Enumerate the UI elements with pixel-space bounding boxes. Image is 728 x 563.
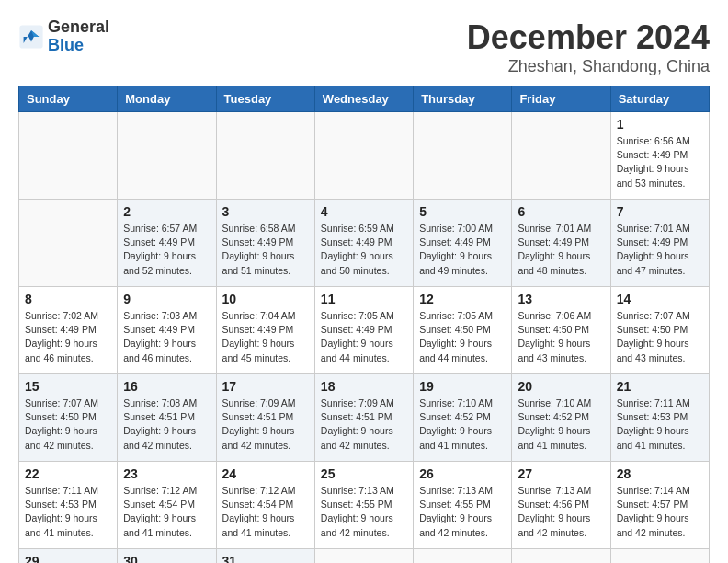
logo-text-general: General — [48, 18, 109, 37]
dow-header-tuesday: Tuesday — [216, 86, 314, 112]
calendar-day-12: 12Sunrise: 7:05 AMSunset: 4:50 PMDayligh… — [414, 287, 512, 374]
calendar-day-1: 1Sunrise: 6:56 AMSunset: 4:49 PMDaylight… — [610, 112, 709, 200]
calendar-week-1: 1Sunrise: 6:56 AMSunset: 4:49 PMDaylight… — [19, 112, 710, 200]
calendar-week-6: 29Sunrise: 7:14 AMSunset: 4:57 PMDayligh… — [19, 549, 710, 564]
calendar-week-5: 22Sunrise: 7:11 AMSunset: 4:53 PMDayligh… — [19, 462, 710, 549]
calendar-day-28: 28Sunrise: 7:14 AMSunset: 4:57 PMDayligh… — [610, 462, 709, 549]
calendar-day-9: 9Sunrise: 7:03 AMSunset: 4:49 PMDaylight… — [118, 287, 216, 374]
calendar-day-19: 19Sunrise: 7:10 AMSunset: 4:52 PMDayligh… — [414, 374, 512, 462]
empty-cell — [314, 549, 413, 564]
logo-text-blue: Blue — [48, 37, 109, 55]
dow-header-friday: Friday — [512, 86, 610, 112]
empty-cell — [216, 112, 314, 200]
calendar-day-25: 25Sunrise: 7:13 AMSunset: 4:55 PMDayligh… — [314, 462, 413, 549]
empty-cell — [118, 112, 216, 200]
calendar-day-3: 3Sunrise: 6:58 AMSunset: 4:49 PMDaylight… — [216, 200, 314, 287]
calendar-day-29: 29Sunrise: 7:14 AMSunset: 4:57 PMDayligh… — [19, 549, 118, 564]
calendar-day-5: 5Sunrise: 7:00 AMSunset: 4:49 PMDaylight… — [414, 200, 512, 287]
title-block: December 2024 Zheshan, Shandong, China — [467, 18, 710, 76]
calendar-day-16: 16Sunrise: 7:08 AMSunset: 4:51 PMDayligh… — [118, 374, 216, 462]
empty-cell — [19, 112, 118, 200]
calendar-day-18: 18Sunrise: 7:09 AMSunset: 4:51 PMDayligh… — [314, 374, 413, 462]
subtitle: Zheshan, Shandong, China — [467, 57, 710, 76]
calendar-day-30: 30Sunrise: 7:14 AMSunset: 4:58 PMDayligh… — [118, 549, 216, 564]
calendar-day-21: 21Sunrise: 7:11 AMSunset: 4:53 PMDayligh… — [610, 374, 709, 462]
calendar-day-2: 2Sunrise: 6:57 AMSunset: 4:49 PMDaylight… — [118, 200, 216, 287]
logo: General Blue — [18, 18, 109, 55]
calendar-day-7: 7Sunrise: 7:01 AMSunset: 4:49 PMDaylight… — [610, 200, 709, 287]
calendar-day-24: 24Sunrise: 7:12 AMSunset: 4:54 PMDayligh… — [216, 462, 314, 549]
calendar-week-4: 15Sunrise: 7:07 AMSunset: 4:50 PMDayligh… — [19, 374, 710, 462]
calendar-day-13: 13Sunrise: 7:06 AMSunset: 4:50 PMDayligh… — [512, 287, 610, 374]
empty-cell — [19, 200, 118, 287]
empty-cell — [512, 549, 610, 564]
calendar-body: 1Sunrise: 6:56 AMSunset: 4:49 PMDaylight… — [19, 112, 710, 564]
calendar-day-27: 27Sunrise: 7:13 AMSunset: 4:56 PMDayligh… — [512, 462, 610, 549]
calendar-day-14: 14Sunrise: 7:07 AMSunset: 4:50 PMDayligh… — [610, 287, 709, 374]
calendar-day-31: 31Sunrise: 7:15 AMSunset: 4:59 PMDayligh… — [216, 549, 314, 564]
page-header: General Blue December 2024 Zheshan, Shan… — [18, 18, 710, 76]
calendar-day-4: 4Sunrise: 6:59 AMSunset: 4:49 PMDaylight… — [314, 200, 413, 287]
calendar-day-8: 8Sunrise: 7:02 AMSunset: 4:49 PMDaylight… — [19, 287, 118, 374]
empty-cell — [414, 549, 512, 564]
empty-cell — [314, 112, 413, 200]
dow-header-monday: Monday — [118, 86, 216, 112]
logo-icon — [18, 24, 44, 50]
calendar-day-22: 22Sunrise: 7:11 AMSunset: 4:53 PMDayligh… — [19, 462, 118, 549]
empty-cell — [414, 112, 512, 200]
dow-header-sunday: Sunday — [19, 86, 118, 112]
dow-header-saturday: Saturday — [610, 86, 709, 112]
main-title: December 2024 — [467, 18, 710, 57]
calendar-day-23: 23Sunrise: 7:12 AMSunset: 4:54 PMDayligh… — [118, 462, 216, 549]
calendar-day-15: 15Sunrise: 7:07 AMSunset: 4:50 PMDayligh… — [19, 374, 118, 462]
empty-cell — [610, 549, 709, 564]
calendar-week-2: 2Sunrise: 6:57 AMSunset: 4:49 PMDaylight… — [19, 200, 710, 287]
calendar-day-11: 11Sunrise: 7:05 AMSunset: 4:49 PMDayligh… — [314, 287, 413, 374]
empty-cell — [512, 112, 610, 200]
day-of-week-header-row: SundayMondayTuesdayWednesdayThursdayFrid… — [19, 86, 710, 112]
calendar-day-10: 10Sunrise: 7:04 AMSunset: 4:49 PMDayligh… — [216, 287, 314, 374]
calendar-day-6: 6Sunrise: 7:01 AMSunset: 4:49 PMDaylight… — [512, 200, 610, 287]
calendar-day-20: 20Sunrise: 7:10 AMSunset: 4:52 PMDayligh… — [512, 374, 610, 462]
calendar-day-17: 17Sunrise: 7:09 AMSunset: 4:51 PMDayligh… — [216, 374, 314, 462]
calendar-week-3: 8Sunrise: 7:02 AMSunset: 4:49 PMDaylight… — [19, 287, 710, 374]
dow-header-wednesday: Wednesday — [314, 86, 413, 112]
dow-header-thursday: Thursday — [414, 86, 512, 112]
calendar-day-26: 26Sunrise: 7:13 AMSunset: 4:55 PMDayligh… — [414, 462, 512, 549]
calendar-table: SundayMondayTuesdayWednesdayThursdayFrid… — [18, 86, 710, 563]
